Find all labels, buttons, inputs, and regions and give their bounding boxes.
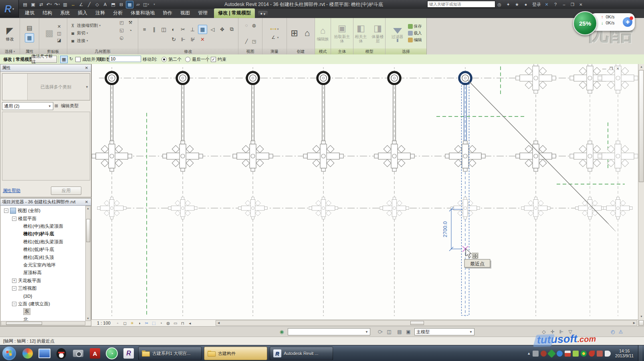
login-label[interactable]: 登录	[532, 2, 541, 8]
move-icon[interactable]: ✥	[218, 25, 226, 34]
edit-family-button[interactable]: ⌂ 编辑族	[315, 25, 331, 42]
tree-item-north[interactable]: 北	[1, 315, 85, 321]
selection-filter-icon[interactable]: ▽	[567, 328, 574, 335]
browser-close-icon[interactable]: ✕	[84, 200, 89, 204]
tab-annotate[interactable]: 注释	[91, 8, 109, 18]
constrain-checkbox[interactable]: ✓ 约束	[211, 56, 226, 62]
join-geometry-button[interactable]: ◙ 连接▾	[70, 38, 88, 44]
category-filter-combo[interactable]: 通用 (2)▼	[2, 102, 53, 110]
panel-label-create[interactable]: 创建	[287, 48, 315, 54]
collapse-icon[interactable]: −	[4, 209, 8, 213]
hide-element-icon[interactable]: ◌	[244, 22, 250, 28]
tree-item-view[interactable]: 檐柱(低)栌斗底	[1, 246, 85, 253]
type-selector-dropdown-icon[interactable]: ▼	[84, 74, 90, 100]
override-graphics-icon[interactable]: ◍	[251, 22, 257, 28]
move-to-second-radio[interactable]: 第二个	[162, 56, 182, 62]
tray-icon[interactable]	[557, 351, 563, 357]
show-desktop-button[interactable]	[638, 345, 642, 361]
column[interactable]	[92, 67, 132, 316]
drawing-canvas[interactable]: 2700.0	[92, 64, 638, 319]
tray-expand-icon[interactable]: ▲	[527, 351, 531, 355]
tab-view[interactable]: 视图	[176, 8, 194, 18]
tab-collaborate[interactable]: 协作	[159, 8, 176, 18]
mirror-axis-icon[interactable]: ◫	[159, 25, 168, 34]
tree-item-view[interactable]: 檐柱(高)柱头顶	[1, 253, 85, 261]
application-menu-button[interactable]: R ▾	[0, 0, 19, 18]
column[interactable]	[570, 64, 610, 316]
editable-only-icon[interactable]: ⧂	[377, 328, 384, 335]
tray-icon[interactable]	[573, 351, 579, 357]
panel-label-geometry[interactable]: 几何图形	[67, 48, 138, 54]
vertical-scrollbar[interactable]: ▲ ▼	[638, 64, 644, 326]
print-icon[interactable]: ▥	[62, 1, 69, 8]
delete-icon[interactable]: ✕	[56, 24, 62, 30]
browser-360-icon[interactable]	[20, 347, 35, 360]
tray-icon[interactable]	[541, 351, 547, 357]
column[interactable]	[516, 64, 556, 316]
adobe-reader-icon[interactable]: A	[87, 347, 103, 360]
item-count-input[interactable]	[109, 56, 141, 62]
tree-item-views[interactable]: − 视图 (全部)	[1, 207, 85, 215]
collapse-icon[interactable]: −	[12, 217, 16, 221]
panel-label-model[interactable]: 模型	[353, 48, 385, 54]
column[interactable]	[374, 67, 414, 316]
trim-icon[interactable]: ⊥	[188, 25, 197, 34]
temporary-view-properties-icon[interactable]: ▭	[172, 320, 179, 326]
cope-icon[interactable]: ◔	[127, 27, 133, 33]
tree-item-view[interactable]: 屋顶标高	[1, 269, 85, 277]
text-icon[interactable]: A	[102, 1, 109, 8]
collapse-icon[interactable]: ◂	[187, 320, 193, 326]
panel-label-modify[interactable]: 修改	[138, 48, 238, 54]
customize-qat-icon[interactable]: ▾	[151, 1, 157, 8]
tab-modify-contextual[interactable]: 修改 | 常规模型	[214, 8, 255, 18]
sun-path-icon[interactable]: ☀	[129, 320, 135, 326]
wall-joins-icon[interactable]: ◰	[119, 20, 125, 26]
help-icon[interactable]: ?	[552, 1, 559, 8]
radial-array-icon[interactable]: ↻	[68, 56, 75, 62]
column[interactable]	[233, 67, 273, 316]
design-options-dialog-icon[interactable]: ▤	[396, 328, 403, 335]
aligned-dimension-icon[interactable]: ↔	[70, 1, 77, 8]
view-scale[interactable]: 1 : 100	[97, 321, 111, 325]
workset-dropdown[interactable]: ▼	[288, 328, 370, 335]
accelerate-plus-icon[interactable]: ✚	[623, 17, 632, 27]
reveal-hidden-elements-icon[interactable]: ◍	[165, 320, 172, 326]
model-line-icon[interactable]: ╱	[86, 1, 93, 8]
save-selection-button[interactable]: 保存	[408, 24, 422, 29]
sync-icon[interactable]: ⇄	[38, 1, 44, 8]
column[interactable]	[163, 67, 203, 316]
split-icon[interactable]: ✂	[179, 25, 187, 34]
clock[interactable]: 14:16 2013/9/11	[615, 349, 634, 358]
paste-icon[interactable]: ▩	[44, 28, 55, 38]
activate-dimensions-button[interactable]: 激活尺寸标注	[31, 56, 57, 63]
edit-type-button[interactable]: ⊞ 编辑类型	[53, 102, 90, 109]
tab-structure[interactable]: 结构	[38, 8, 56, 18]
create-similar-icon[interactable]: ⌂	[302, 28, 313, 38]
favorites-icon[interactable]: ★	[514, 1, 520, 8]
type-selector[interactable]: 已选择多个类别 ▼	[2, 73, 90, 100]
browser-horizontal-scrollbar[interactable]	[1, 321, 85, 325]
visual-style-icon[interactable]: ◻	[122, 320, 128, 326]
tray-icon[interactable]	[547, 349, 556, 357]
property-grid[interactable]	[2, 112, 90, 180]
tray-icon[interactable]	[533, 351, 539, 357]
antivirus-360-icon[interactable]: ◔	[104, 347, 119, 360]
view-close-icon[interactable]: ✕	[616, 66, 620, 71]
search-input[interactable]	[427, 1, 495, 8]
reveal-constraints-icon[interactable]: ⊓	[180, 320, 186, 326]
related-host-button[interactable]: ◧ 相关主体	[353, 22, 369, 44]
thin-lines-icon[interactable]: ▦	[126, 1, 133, 8]
column[interactable]	[303, 67, 343, 316]
exclude-options-icon[interactable]: ◇	[540, 328, 547, 335]
undo-icon[interactable]: ↶▾	[46, 1, 52, 8]
taskbar-window-folder2[interactable]: 古建构件	[204, 347, 267, 360]
tab-massing-site[interactable]: 体量和场地	[127, 8, 159, 18]
tab-systems[interactable]: 系统	[56, 8, 74, 18]
collapse-icon[interactable]: −	[12, 302, 16, 306]
paint-icon[interactable]: ◵	[119, 35, 125, 41]
exchange-apps-icon[interactable]: ✕	[543, 1, 550, 8]
search-icon[interactable]: ◎	[496, 1, 503, 8]
tree-item-view[interactable]: 檐柱(低)抱头梁顶面	[1, 238, 85, 246]
tray-icon[interactable]	[581, 351, 587, 357]
pick-new-host-button[interactable]: ▣ 拾取新主体	[331, 22, 353, 44]
